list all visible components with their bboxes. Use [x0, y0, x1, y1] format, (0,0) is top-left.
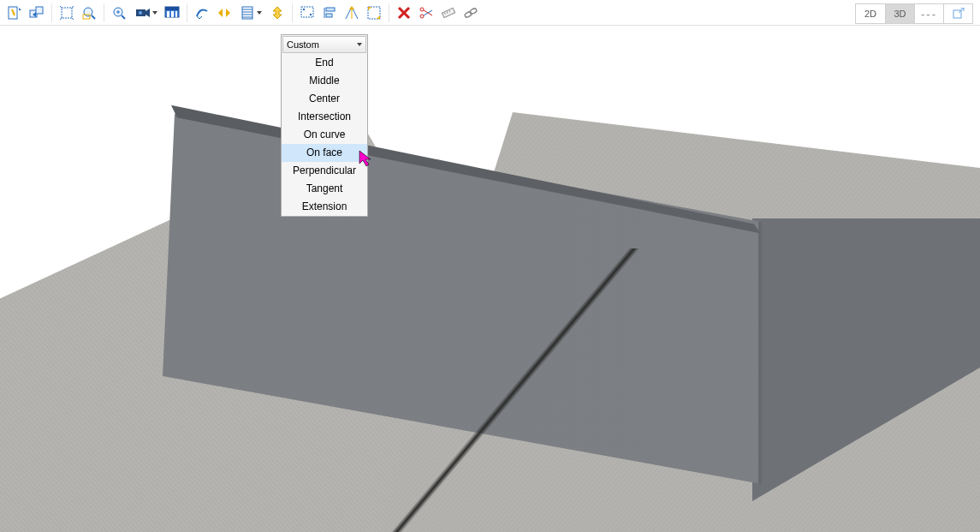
zoom-window[interactable]	[79, 3, 99, 23]
svg-rect-35	[368, 7, 380, 19]
viewport-3d[interactable]	[0, 26, 980, 532]
trim-face-tool[interactable]	[342, 3, 362, 23]
snap-option-center[interactable]: Center	[282, 90, 367, 108]
delete-tool[interactable]	[394, 3, 414, 23]
toolbar-separator	[389, 3, 389, 22]
snap-option-middle[interactable]: Middle	[282, 72, 367, 90]
svg-marker-12	[146, 9, 150, 17]
expand-tool[interactable]	[267, 3, 288, 23]
erase-tool[interactable]	[192, 3, 212, 23]
svg-rect-16	[167, 11, 169, 17]
svg-rect-2	[36, 7, 43, 14]
snap-option-end[interactable]: End	[282, 54, 367, 72]
snap-option-list: EndMiddleCenterIntersectionOn curveOn fa…	[282, 54, 367, 216]
viewmode-2d[interactable]: 2D	[856, 4, 885, 23]
svg-marker-34	[349, 6, 354, 9]
floor-seam	[359, 248, 650, 532]
chevron-down-icon	[357, 43, 362, 46]
svg-point-28	[303, 8, 305, 9]
chevron-down-icon	[257, 11, 262, 15]
svg-point-29	[310, 13, 312, 15]
toolbar-separator	[292, 3, 293, 22]
svg-rect-31	[326, 8, 335, 11]
camera-tool[interactable]	[131, 3, 160, 23]
ruler-tool[interactable]	[438, 3, 459, 23]
svg-rect-44	[442, 8, 454, 17]
svg-point-49	[469, 7, 477, 14]
svg-rect-18	[175, 11, 177, 17]
svg-point-40	[420, 15, 424, 18]
svg-line-5	[92, 15, 95, 19]
svg-rect-27	[301, 7, 313, 17]
popout-icon	[953, 8, 965, 20]
viewmode-3d[interactable]: 3D	[885, 4, 914, 23]
snap-option-perpendicular[interactable]: Perpendicular	[282, 162, 367, 180]
snap-option-extension[interactable]: Extension	[282, 198, 367, 216]
snap-option-on-curve[interactable]: On curve	[282, 126, 367, 144]
svg-rect-15	[165, 7, 179, 10]
snap-option-tangent[interactable]: Tangent	[282, 180, 367, 198]
toolbar-separator	[51, 3, 52, 22]
svg-point-13	[139, 11, 142, 15]
viewmode-popout[interactable]	[943, 4, 972, 23]
zoom-in-out[interactable]	[109, 3, 129, 23]
previous-view[interactable]	[27, 3, 47, 23]
svg-marker-36	[368, 7, 371, 10]
zoom-extents[interactable]	[56, 3, 77, 23]
svg-rect-3	[62, 8, 72, 18]
svg-rect-32	[326, 14, 332, 17]
flip-normals-tool[interactable]	[214, 3, 235, 23]
window-area-tool[interactable]	[297, 3, 318, 23]
svg-point-41	[420, 8, 424, 11]
snap-select[interactable]: Custom	[282, 36, 366, 53]
svg-point-48	[464, 10, 472, 17]
toolbar-separator	[187, 3, 187, 22]
toolbar-separator	[104, 3, 104, 22]
chevron-down-icon	[152, 11, 157, 15]
svg-marker-20	[226, 9, 230, 17]
viewmode-other[interactable]: ---	[914, 4, 943, 23]
cut-tool[interactable]	[364, 3, 384, 23]
viewmode-switcher: 2D 3D ---	[855, 3, 973, 24]
scissors-tool[interactable]	[416, 3, 437, 23]
main-toolbar	[0, 0, 980, 26]
walk-tool[interactable]	[4, 3, 25, 23]
align-tool[interactable]	[319, 3, 340, 23]
snap-option-on-face[interactable]: On face	[282, 144, 367, 162]
svg-marker-19	[218, 9, 223, 17]
link-tool[interactable]	[460, 3, 481, 23]
section-view[interactable]	[162, 3, 182, 23]
svg-rect-17	[171, 11, 174, 17]
snap-selected-label: Custom	[287, 39, 319, 50]
svg-marker-37	[377, 15, 380, 19]
snap-option-intersection[interactable]: Intersection	[282, 108, 367, 126]
svg-line-8	[122, 15, 125, 19]
scene	[0, 26, 980, 532]
snap-mode-tool[interactable]	[236, 3, 265, 23]
svg-marker-26	[273, 7, 282, 19]
snap-dropdown: Custom EndMiddleCenterIntersectionOn cur…	[281, 34, 368, 217]
